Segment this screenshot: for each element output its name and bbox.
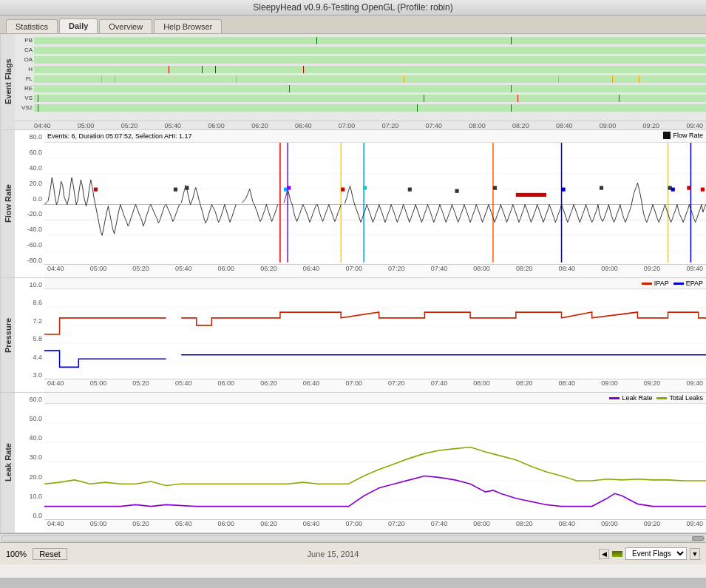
svg-rect-25 bbox=[455, 189, 459, 193]
event-flags-xaxis: 04:40 05:00 05:20 05:40 06:00 06:20 06:4… bbox=[15, 121, 706, 129]
flag-track-h bbox=[34, 66, 706, 73]
flag-row-h: H bbox=[16, 64, 706, 74]
flow-rate-xaxis: 04:40 05:00 05:20 05:40 06:00 06:20 06:4… bbox=[44, 264, 706, 277]
main-content: Event Flags PB CA OA bbox=[0, 34, 706, 578]
flag-track-vs2 bbox=[34, 104, 706, 112]
title-bar: SleepyHead v0.9.6-Testing OpenGL (Profil… bbox=[0, 0, 706, 16]
leak-rate-xaxis: 04:40 05:00 05:20 05:40 06:00 06:20 06:4… bbox=[44, 519, 706, 533]
leak-rate-panel: Leak Rate 60.0 50.0 40.0 30.0 20.0 10.0 … bbox=[0, 393, 706, 533]
flag-track-vs bbox=[34, 95, 706, 102]
zoom-level: 100% bbox=[6, 550, 27, 558]
flag-row-fl: FL bbox=[16, 74, 706, 84]
svg-rect-30 bbox=[671, 188, 675, 192]
bottom-left: 100% Reset bbox=[6, 548, 67, 560]
svg-rect-26 bbox=[493, 186, 497, 189]
tab-daily[interactable]: Daily bbox=[59, 18, 98, 33]
flag-row-vs: VS bbox=[16, 93, 706, 103]
scroll-left-button[interactable]: ◀ bbox=[599, 549, 609, 559]
pressure-chart-area[interactable]: IPAP EPAP 04:40 bbox=[44, 278, 706, 392]
flow-rate-chart-area[interactable]: Events: 6, Duration 05:07:52, Selection … bbox=[44, 130, 706, 277]
flag-row-pb: PB bbox=[16, 36, 706, 45]
legend-swatch-event-flags bbox=[612, 551, 622, 557]
svg-rect-21 bbox=[287, 186, 291, 189]
flag-track-fl bbox=[34, 75, 706, 83]
svg-rect-32 bbox=[701, 188, 705, 192]
flag-track-oa bbox=[34, 56, 706, 64]
bottom-bar: 100% Reset June 15, 2014 ◀ Event Flags ▼ bbox=[0, 542, 706, 564]
flag-track-ca bbox=[34, 47, 706, 54]
flow-rate-panel: Flow Rate 80.0 60.0 40.0 20.0 0.0 -20.0 … bbox=[0, 130, 706, 278]
horizontal-scrollbar[interactable] bbox=[0, 533, 706, 542]
event-flags-label: Event Flags bbox=[0, 34, 15, 129]
pressure-xaxis: 04:40 05:00 05:20 05:40 06:00 06:20 06:4… bbox=[44, 379, 706, 392]
svg-rect-27 bbox=[562, 188, 566, 192]
svg-rect-17 bbox=[94, 188, 98, 192]
pressure-yaxis: 10.0 8.6 7.2 5.8 4.4 3.0 bbox=[15, 278, 44, 392]
scroll-track[interactable] bbox=[1, 535, 705, 541]
svg-rect-28 bbox=[600, 186, 603, 189]
flag-row-re: RE bbox=[16, 84, 706, 93]
bottom-right: ◀ Event Flags ▼ bbox=[599, 547, 700, 560]
reset-button[interactable]: Reset bbox=[33, 548, 67, 560]
flow-rate-legend: Flow Rate bbox=[659, 132, 703, 141]
dropdown-arrow[interactable]: ▼ bbox=[690, 548, 700, 560]
flag-track-pb bbox=[34, 37, 706, 44]
leak-rate-chart-area[interactable]: Leak Rate Total Leaks bbox=[44, 393, 706, 533]
flag-row-vs2: VS2 bbox=[16, 103, 706, 112]
tab-statistics[interactable]: Statistics bbox=[6, 19, 58, 33]
pressure-svg bbox=[44, 289, 706, 379]
leak-rate-yaxis: 60.0 50.0 40.0 30.0 20.0 10.0 0.0 bbox=[15, 393, 44, 533]
pressure-panel: Pressure 10.0 8.6 7.2 5.8 4.4 3.0 IPAP E… bbox=[0, 278, 706, 393]
svg-rect-31 bbox=[687, 186, 690, 189]
tab-help-browser[interactable]: Help Browser bbox=[154, 19, 222, 33]
window-title: SleepyHead v0.9.6-Testing OpenGL (Profil… bbox=[253, 2, 452, 13]
flag-row-ca: CA bbox=[16, 45, 706, 55]
bottom-center: June 15, 2014 bbox=[67, 550, 599, 558]
flow-rate-title: Events: 6, Duration 05:07:52, Selection … bbox=[47, 132, 192, 140]
leak-rate-svg bbox=[44, 404, 706, 520]
flow-rate-svg bbox=[44, 143, 706, 266]
flow-rate-label: Flow Rate bbox=[0, 130, 15, 277]
flow-rate-titlebar: Events: 6, Duration 05:07:52, Selection … bbox=[44, 130, 706, 143]
date-label: June 15, 2014 bbox=[308, 550, 359, 558]
flag-row-oa: OA bbox=[16, 55, 706, 64]
svg-rect-22 bbox=[341, 188, 344, 192]
tab-overview[interactable]: Overview bbox=[99, 19, 152, 33]
svg-rect-23 bbox=[363, 186, 367, 189]
svg-rect-24 bbox=[408, 188, 412, 192]
tab-bar: Statistics Daily Overview Help Browser bbox=[0, 16, 706, 34]
svg-rect-18 bbox=[174, 188, 177, 192]
flag-track-re bbox=[34, 85, 706, 92]
leak-rate-label: Leak Rate bbox=[0, 393, 15, 533]
pressure-label: Pressure bbox=[0, 278, 15, 392]
svg-rect-19 bbox=[185, 186, 189, 189]
svg-rect-16 bbox=[516, 193, 546, 197]
event-flags-dropdown[interactable]: Event Flags bbox=[625, 547, 687, 560]
event-flags-panel: Event Flags PB CA OA bbox=[0, 34, 706, 130]
scroll-handle[interactable] bbox=[692, 536, 704, 541]
flow-rate-yaxis: 80.0 60.0 40.0 20.0 0.0 -20.0 -40.0 -60.… bbox=[15, 130, 44, 277]
